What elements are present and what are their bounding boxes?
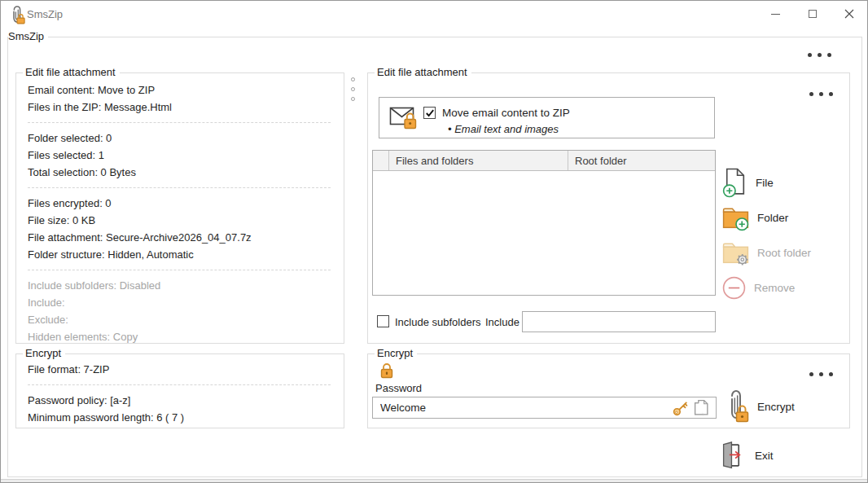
maximize-button[interactable] (794, 1, 831, 27)
envelope-lock-icon (389, 105, 419, 134)
summary-file-attachment: File attachment: Secure-Archive2026_04_0… (28, 229, 332, 246)
encrypt-summary-groupbox-label: Encrypt (23, 347, 65, 359)
separator (28, 270, 331, 270)
ellipsis-icon (809, 92, 813, 96)
encrypt-summary-list: File format: 7-ZIP Password policy: [a-z… (16, 354, 344, 426)
ellipsis-icon (808, 53, 812, 57)
root-folder-button[interactable]: Root folder (721, 237, 811, 268)
files-table[interactable]: Files and folders Root folder (372, 150, 716, 296)
summary-groupbox-label: Edit file attachment (23, 66, 120, 78)
remove-button[interactable]: Remove (721, 272, 795, 303)
summary-include: Include: (28, 294, 332, 311)
checkmark-icon (425, 108, 435, 118)
include-subfolders-label: Include subfolders (395, 316, 481, 328)
lock-icon (380, 362, 393, 381)
maximize-icon (809, 10, 817, 18)
app-window: SmsZip SmsZip Edit file attachment Email… (0, 0, 868, 483)
separator (28, 187, 331, 188)
window-bottom-frame (1, 479, 867, 482)
encrypt-summary-groupbox: Encrypt File format: 7-ZIP Password poli… (15, 353, 344, 428)
grip-dots-icon (351, 77, 355, 81)
files-table-header: Files and folders Root folder (373, 151, 715, 171)
files-table-body[interactable] (373, 171, 715, 295)
copy-icon (694, 399, 709, 416)
summary-email-content: Email content: Move to ZIP (28, 81, 332, 99)
add-folder-button[interactable]: Folder (721, 202, 788, 233)
password-label: Password (375, 382, 422, 394)
main-overflow-menu-button[interactable] (800, 46, 838, 63)
titlebar: SmsZip (1, 1, 867, 27)
attachment-overflow-menu-button[interactable] (802, 86, 840, 102)
exit-button-label: Exit (755, 450, 774, 462)
summary-files-in-zip: Files in the ZIP: Message.Html (28, 99, 332, 116)
encrypt-button[interactable]: Encrypt (725, 387, 795, 426)
encrypt-groupbox: Encrypt Password (367, 353, 850, 428)
move-email-content-label: Move email content to ZIP (442, 107, 570, 119)
minimize-button[interactable] (757, 1, 794, 27)
add-file-button[interactable]: File (721, 167, 774, 198)
main-groupbox-label: SmsZip (8, 30, 48, 42)
summary-groupbox: Edit file attachment Email content: Move… (15, 72, 344, 344)
root-folder-label: Root folder (757, 247, 811, 259)
encrypt-overflow-menu-button[interactable] (802, 366, 840, 382)
email-option-note: • Email text and images (448, 123, 559, 135)
paperclip-lock-icon (725, 389, 751, 424)
folder-plus-icon (721, 204, 750, 231)
move-email-content-checkbox[interactable] (423, 107, 436, 119)
encrypt-groupbox-label: Encrypt (375, 347, 417, 359)
ellipsis-icon (809, 372, 813, 376)
include-field-label: Include (485, 316, 519, 328)
password-input[interactable] (373, 397, 716, 418)
paperclip-lock-icon (9, 5, 25, 27)
email-option-panel: Move email content to ZIP • Email text a… (379, 97, 715, 138)
window-controls (757, 1, 867, 27)
circle-minus-icon (721, 275, 747, 301)
separator (28, 122, 331, 123)
include-subfolders-checkbox[interactable] (377, 315, 389, 327)
column-header-selector[interactable] (373, 151, 389, 170)
column-header-files-and-folders[interactable]: Files and folders (389, 151, 568, 170)
add-file-label: File (756, 177, 774, 189)
folder-gear-icon (721, 239, 750, 266)
add-folder-label: Folder (757, 212, 788, 224)
remove-label: Remove (754, 282, 795, 294)
exit-button[interactable]: Exit (721, 439, 774, 472)
summary-files-encrypted: Files encrypted: 0 (28, 195, 332, 212)
summary-total-selection: Total selection: 0 Bytes (28, 164, 332, 181)
separator (28, 384, 331, 385)
summary-files-selected: Files selected: 1 (28, 147, 332, 164)
summary-hidden-elements: Hidden elements: Copy (28, 328, 332, 345)
splitter-grip[interactable] (348, 77, 357, 107)
attachment-groupbox-label: Edit file attachment (375, 66, 471, 78)
summary-file-format: File format: 7-ZIP (28, 361, 332, 378)
file-plus-icon (721, 168, 748, 198)
attachment-groupbox: Edit file attachment Move email content … (367, 72, 850, 344)
generate-password-button[interactable] (673, 400, 689, 419)
summary-list: Email content: Move to ZIP Files in the … (16, 73, 344, 345)
window-title: SmsZip (27, 8, 63, 20)
summary-min-password-length: Minimum password length: 6 ( 7 ) (28, 409, 332, 426)
summary-file-size: File size: 0 KB (28, 212, 332, 229)
close-icon (844, 9, 854, 19)
summary-exclude: Exclude: (28, 311, 332, 328)
summary-include-subfolders: Include subfolders: Disabled (28, 277, 332, 294)
close-button[interactable] (831, 1, 867, 27)
copy-password-button[interactable] (694, 399, 709, 419)
column-header-root-folder[interactable]: Root folder (568, 151, 715, 170)
minimize-icon (771, 14, 780, 15)
summary-folder-selected: Folder selected: 0 (28, 130, 332, 147)
password-field-wrap (372, 397, 717, 419)
door-exit-icon (721, 441, 746, 470)
encrypt-button-label: Encrypt (757, 401, 795, 413)
include-input[interactable] (522, 311, 716, 332)
summary-folder-structure: Folder structure: Hidden, Automatic (28, 246, 332, 263)
key-icon (673, 400, 689, 416)
summary-password-policy: Password policy: [a-z] (28, 392, 332, 409)
